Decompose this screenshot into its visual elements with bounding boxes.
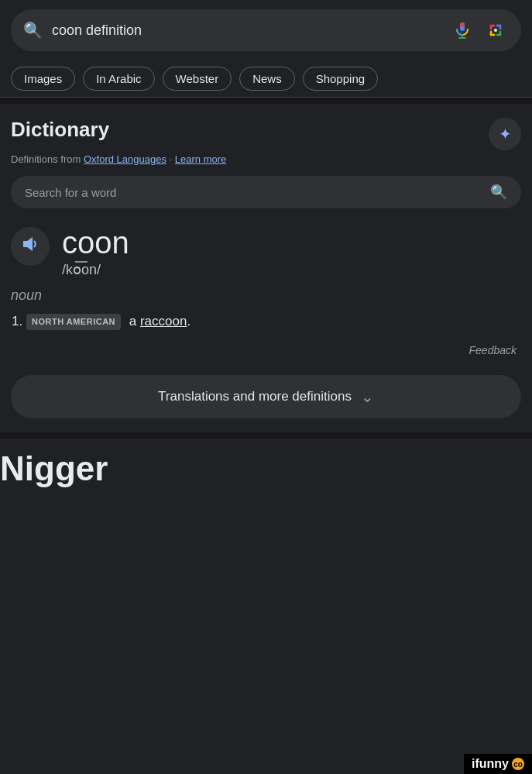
region-badge: NORTH AMERICAN [26,314,121,330]
dictionary-section: Dictionary ✦ Definitions from Oxford Lan… [0,104,532,367]
tab-images[interactable]: Images [11,67,75,91]
word-search-box[interactable]: Search for a word 🔍 [11,176,521,208]
learn-more-link[interactable]: Learn more [175,153,226,165]
tab-news[interactable]: News [239,67,295,91]
word-title: coon [62,225,129,260]
tab-webster[interactable]: Webster [163,67,232,91]
translations-button[interactable]: Translations and more definitions ⌄ [11,375,521,418]
feedback-button[interactable]: Feedback [11,336,521,359]
filter-tabs-row: Images In Arabic Webster News Shopping [0,60,532,98]
dictionary-source: Definitions from Oxford Languages · Lear… [11,153,521,165]
word-search-placeholder: Search for a word [25,186,490,199]
chevron-down-icon: ⌄ [361,387,374,406]
definition-item: NORTH AMERICAN a raccoon. [26,311,521,332]
bottom-word-title: Nigger [0,449,521,488]
section-divider [0,98,532,104]
raccoon-link[interactable]: raccoon [140,314,187,329]
word-info: coon /ko͞on/ [62,225,129,278]
oxford-languages-link[interactable]: Oxford Languages [84,153,166,165]
word-search-icon: 🔍 [490,184,507,201]
word-phonetic: /ko͞on/ [62,261,129,278]
speaker-button[interactable] [11,227,50,266]
tab-shopping[interactable]: Shopping [303,67,378,91]
ifunny-text: ifunny [472,757,509,771]
translations-label: Translations and more definitions [158,389,352,404]
search-bar[interactable]: 🔍 coon definition [11,9,521,51]
tab-arabic[interactable]: In Arabic [83,67,154,91]
ai-sparkle-icon: ✦ [499,125,512,143]
definition-list: NORTH AMERICAN a raccoon. [11,311,521,332]
search-bar-container: 🔍 coon definition [0,0,532,60]
voice-search-button[interactable] [451,19,473,41]
part-of-speech: noun [11,287,521,304]
dictionary-header: Dictionary ✦ [11,118,521,150]
svg-marker-6 [23,237,33,251]
image-search-button[interactable] [482,17,509,43]
search-icon: 🔍 [23,21,43,40]
ifunny-watermark: ifunny co [464,754,532,774]
ifunny-dot: co [512,758,524,770]
dictionary-title: Dictionary [11,118,109,142]
ai-assist-button[interactable]: ✦ [489,118,521,150]
bottom-divider [0,432,532,439]
speaker-icon [20,234,40,259]
svg-rect-1 [460,22,465,27]
search-query-text: coon definition [52,22,442,39]
word-entry: coon /ko͞on/ [11,225,521,278]
svg-point-5 [494,29,497,32]
bottom-section: Nigger [0,439,532,488]
